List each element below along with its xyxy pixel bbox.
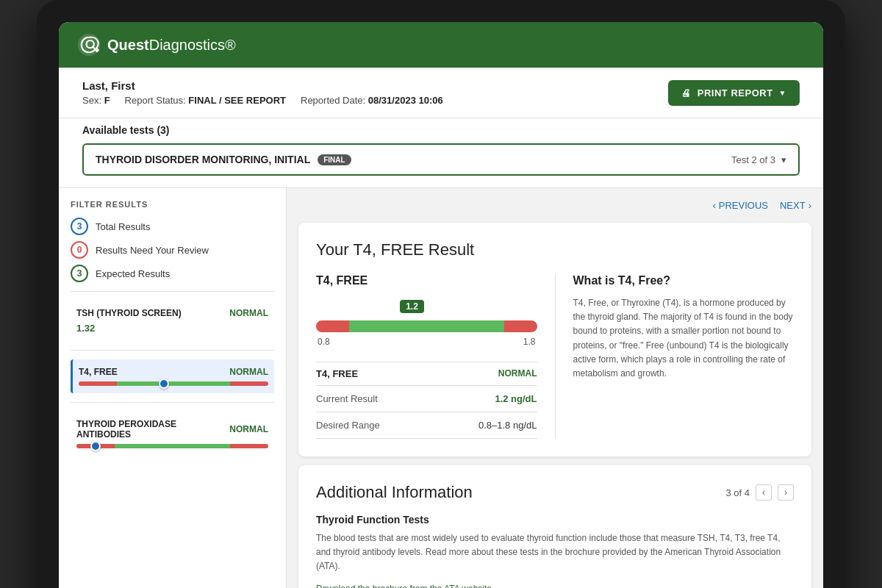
desired-range-value: 0.8–1.8 ng/dL xyxy=(478,420,537,431)
t4-slider-track xyxy=(79,381,268,386)
quest-logo: QuestDiagnostics® xyxy=(76,32,236,57)
result-table: T4, FREE NORMAL Current Result 1.2 ng/dL… xyxy=(316,362,537,439)
result-card-body: T4, FREE 1.2 0.8 1.8 xyxy=(316,274,794,439)
main-content: FILTER RESULTS 3 Total Results 0 Results… xyxy=(59,188,823,588)
nav-buttons: ‹ PREVIOUS NEXT › xyxy=(298,197,811,214)
tsh-value: 1.32 xyxy=(76,323,268,334)
t4-free-label: T4, FREE xyxy=(316,274,537,287)
peroxidase-status: NORMAL xyxy=(229,424,268,434)
desired-range-row: Desired Range 0.8–1.8 ng/dL xyxy=(316,412,537,439)
patient-date: Reported Date: 08/31/2023 10:06 xyxy=(301,95,443,106)
filter-needs-review[interactable]: 0 Results Need Your Review xyxy=(71,241,274,259)
result-left: T4, FREE 1.2 0.8 1.8 xyxy=(316,274,537,439)
total-results-label: Total Results xyxy=(96,221,150,232)
patient-info: Last, First Sex: F Report Status: FINAL … xyxy=(82,79,443,106)
sidebar-item-tsh[interactable]: TSH (Thyroid Screen) NORMAL 1.32 xyxy=(71,301,274,341)
t4-slider-thumb xyxy=(159,379,169,389)
right-panel: ‹ PREVIOUS NEXT › Your T4, FREE Result T xyxy=(287,188,823,588)
device-frame: QuestDiagnostics® Last, First Sex: F Rep… xyxy=(37,0,845,588)
what-is-text: T4, Free, or Thyroxine (T4), is a hormon… xyxy=(573,296,795,381)
final-badge: FINAL xyxy=(318,154,351,165)
quest-header: QuestDiagnostics® xyxy=(59,22,823,68)
patient-bar: Last, First Sex: F Report Status: FINAL … xyxy=(59,68,823,118)
gauge-limits: 0.8 1.8 xyxy=(316,337,537,347)
filter-total-results[interactable]: 3 Total Results xyxy=(71,218,274,235)
sidebar-item-thyroid-peroxidase[interactable]: THYROID PEROXIDASE ANTIBODIES NORMAL xyxy=(71,412,274,456)
test-selector-dropdown[interactable]: THYROID DISORDER MONITORING, INITIAL FIN… xyxy=(82,143,800,176)
info-pagination: 3 of 4 ‹ › xyxy=(725,484,794,501)
logo-text: QuestDiagnostics® xyxy=(107,37,236,54)
chevron-right-icon: › xyxy=(808,200,811,211)
page-prev-button[interactable]: ‹ xyxy=(756,484,772,501)
result-card: Your T4, FREE Result T4, FREE 1.2 xyxy=(298,223,811,456)
peroxidase-name: THYROID PEROXIDASE ANTIBODIES xyxy=(76,419,229,440)
test-counter: Test 2 of 3 ▾ xyxy=(731,154,786,165)
tsh-header: TSH (Thyroid Screen) NORMAL xyxy=(76,308,268,318)
needs-review-label: Results Need Your Review xyxy=(96,245,209,256)
chevron-down-icon: ▾ xyxy=(781,154,786,165)
result-right: What is T4, Free? T4, Free, or Thyroxine… xyxy=(555,274,795,439)
tsh-name: TSH (Thyroid Screen) xyxy=(76,308,182,318)
needs-review-badge: 0 xyxy=(71,241,88,259)
additional-info-card: Additional Information 3 of 4 ‹ › Thyroi… xyxy=(298,465,811,588)
tsh-status: NORMAL xyxy=(229,308,268,318)
filter-expected-results[interactable]: 3 Expected Results xyxy=(71,265,274,282)
current-result-row: Current Result 1.2 ng/dL xyxy=(316,386,537,412)
printer-icon: 🖨 xyxy=(681,87,692,98)
divider3 xyxy=(71,402,274,403)
print-report-button[interactable]: 🖨 PRINT REPORT ▼ xyxy=(668,80,800,106)
patient-name: Last, First xyxy=(82,79,443,92)
t4-free-header: T4, FREE xyxy=(316,368,358,379)
t4-name: T4, FREE xyxy=(79,367,118,377)
peroxidase-header: THYROID PEROXIDASE ANTIBODIES NORMAL xyxy=(76,419,268,440)
info-section-text: The blood tests that are most widely use… xyxy=(316,531,794,574)
available-tests-label: Available tests (3) xyxy=(82,124,800,136)
expected-results-badge: 3 xyxy=(71,265,88,282)
patient-sex: Sex: F xyxy=(82,95,110,106)
gauge-track xyxy=(316,320,537,332)
current-result-value: 1.2 ng/dL xyxy=(495,393,537,404)
additional-info-title: Additional Information xyxy=(316,483,473,502)
t4-status: NORMAL xyxy=(229,367,268,377)
gauge-max: 1.8 xyxy=(523,337,536,347)
t4-slider xyxy=(79,381,268,386)
divider xyxy=(71,291,274,292)
sidebar: FILTER RESULTS 3 Total Results 0 Results… xyxy=(59,188,287,588)
patient-meta: Sex: F Report Status: FINAL / SEE REPORT… xyxy=(82,95,443,106)
current-result-label: Current Result xyxy=(316,393,378,404)
info-section-title: Thyroid Function Tests xyxy=(316,514,794,526)
gauge-value-label: 1.2 xyxy=(400,300,424,313)
peroxidase-slider xyxy=(76,444,268,448)
chevron-down-icon: ▼ xyxy=(779,89,786,97)
peroxidase-slider-track xyxy=(76,444,268,448)
total-results-badge: 3 xyxy=(71,218,88,235)
t4-header: T4, FREE NORMAL xyxy=(79,367,268,377)
gauge-container: 1.2 0.8 1.8 xyxy=(316,299,537,347)
divider2 xyxy=(71,350,274,351)
info-card-header: Additional Information 3 of 4 ‹ › xyxy=(316,483,794,502)
page-next-button[interactable]: › xyxy=(778,484,794,501)
peroxidase-slider-thumb xyxy=(90,441,101,451)
what-is-title: What is T4, Free? xyxy=(573,274,795,287)
gauge-min: 0.8 xyxy=(318,337,330,347)
desired-range-label: Desired Range xyxy=(316,420,380,431)
available-tests-section: Available tests (3) THYROID DISORDER MON… xyxy=(59,118,823,188)
filter-title: FILTER RESULTS xyxy=(71,200,274,209)
expected-results-label: Expected Results xyxy=(96,268,170,279)
quest-logo-icon xyxy=(76,32,101,57)
result-header-row: T4, FREE NORMAL xyxy=(316,362,537,386)
test-name: THYROID DISORDER MONITORING, INITIAL FIN… xyxy=(96,154,351,165)
next-button[interactable]: NEXT › xyxy=(780,200,811,211)
previous-button[interactable]: ‹ PREVIOUS xyxy=(712,200,768,211)
download-link[interactable]: Download the brochure from the ATA websi… xyxy=(316,584,492,588)
pagination-text: 3 of 4 xyxy=(725,487,750,498)
result-card-title: Your T4, FREE Result xyxy=(316,240,794,259)
chevron-left-icon: ‹ xyxy=(712,200,715,211)
sidebar-item-t4-free[interactable]: T4, FREE NORMAL xyxy=(71,359,274,393)
browser-window: QuestDiagnostics® Last, First Sex: F Rep… xyxy=(59,22,823,588)
patient-status: Report Status: FINAL / SEE REPORT xyxy=(125,95,286,106)
t4-free-status: NORMAL xyxy=(498,368,537,379)
